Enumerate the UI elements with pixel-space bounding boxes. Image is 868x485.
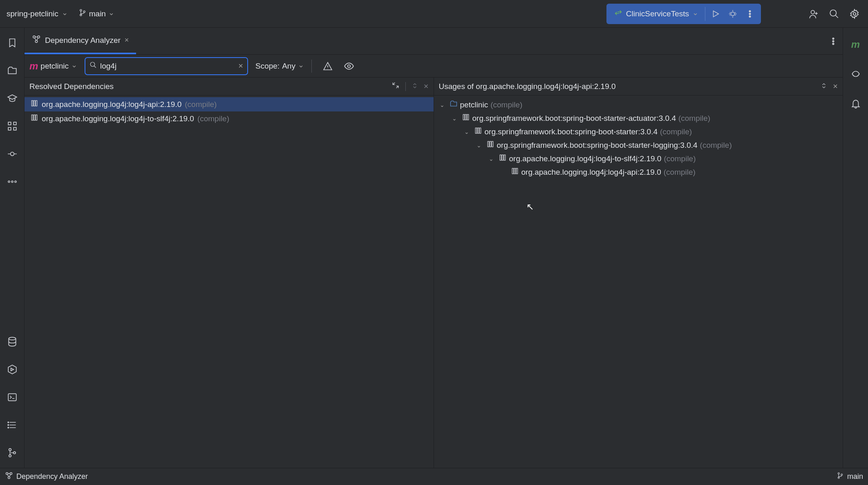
commit-tool-button[interactable] [4, 145, 21, 162]
show-warnings-button[interactable] [319, 58, 336, 75]
topbar-left-group: spring-petclinic main [5, 6, 116, 21]
svg-rect-52 [512, 168, 513, 174]
chevron-down-icon [692, 9, 698, 18]
status-icon [5, 472, 13, 482]
dependency-scope: (compile) [185, 100, 217, 109]
scope-value: Any [282, 62, 295, 71]
chevron-down-icon[interactable]: ⌄ [440, 102, 447, 108]
services-tool-button[interactable] [4, 361, 21, 378]
expand-collapse-button[interactable] [821, 82, 827, 91]
tree-node[interactable]: ⌄ petclinic (compile) [434, 98, 843, 111]
svg-point-55 [6, 473, 8, 475]
notifications-button[interactable] [847, 95, 864, 112]
dependency-row[interactable]: org.apache.logging.log4j:log4j-api:2.19.… [25, 97, 434, 111]
tree-node[interactable]: org.apache.logging.log4j:log4j-api:2.19.… [434, 165, 843, 179]
library-icon [30, 113, 38, 124]
close-pane-button[interactable]: × [833, 82, 838, 91]
branch-icon [837, 472, 844, 481]
svg-rect-48 [492, 141, 493, 147]
more-tools-button[interactable] [4, 173, 21, 190]
svg-rect-47 [490, 141, 491, 147]
dependency-list[interactable]: org.apache.logging.log4j:log4j-api:2.19.… [25, 96, 434, 468]
status-text[interactable]: Dependency Analyzer [16, 472, 88, 481]
run-config-name: ClinicServiceTests [626, 9, 689, 18]
search-icon [89, 61, 97, 71]
svg-rect-43 [475, 128, 477, 133]
maven-tool-button[interactable]: m [847, 36, 864, 53]
library-icon [474, 127, 482, 137]
tabs-more-button[interactable] [824, 28, 843, 54]
close-pane-button[interactable]: × [424, 82, 429, 91]
svg-rect-13 [13, 127, 16, 130]
settings-button[interactable] [846, 5, 863, 22]
svg-point-4 [749, 10, 751, 12]
scope-label: Scope: [255, 62, 280, 71]
code-with-me-button[interactable] [805, 5, 822, 22]
search-everywhere-button[interactable] [825, 5, 843, 22]
svg-point-17 [15, 181, 16, 182]
svg-rect-51 [504, 155, 505, 160]
chevron-down-icon[interactable]: ⌄ [477, 142, 484, 149]
editor-tabs: Dependency Analyzer × [25, 28, 843, 55]
chevron-down-icon[interactable]: ⌄ [464, 129, 472, 135]
vcs-tool-button[interactable] [4, 444, 21, 461]
status-branch[interactable]: main [847, 472, 863, 481]
dependency-scope: (compile) [197, 114, 229, 123]
tree-node[interactable]: ⌄ org.springframework.boot:spring-boot-s… [434, 125, 843, 138]
analyzer-toolbar: m petclinic × Scope: Any [25, 55, 843, 78]
tree-view-toggle-button[interactable] [391, 81, 400, 91]
pane-header-actions: × [821, 82, 838, 91]
dependency-search-input[interactable]: × [85, 57, 248, 75]
svg-rect-41 [465, 114, 466, 120]
usages-pane: Usages of org.apache.logging.log4j:log4j… [434, 78, 843, 468]
svg-point-33 [348, 65, 351, 67]
bookmarks-tool-button[interactable] [4, 34, 21, 51]
svg-rect-38 [34, 115, 35, 120]
tree-node-scope: (compile) [664, 154, 696, 163]
terminal-tool-button[interactable] [4, 389, 21, 406]
tree-node[interactable]: ⌄ org.apache.logging.log4j:log4j-to-slf4… [434, 152, 843, 165]
run-button[interactable] [707, 5, 724, 22]
debug-button[interactable] [724, 5, 741, 22]
todo-tool-button[interactable] [4, 416, 21, 434]
structure-tool-button[interactable] [4, 118, 21, 135]
svg-point-7 [811, 10, 815, 14]
run-config-icon [614, 8, 623, 19]
svg-point-9 [853, 12, 856, 15]
chevron-down-icon[interactable]: ⌄ [452, 115, 459, 122]
svg-point-57 [8, 477, 10, 479]
svg-point-14 [10, 152, 14, 156]
close-tab-button[interactable]: × [125, 36, 129, 44]
tree-node-name: petclinic [460, 100, 488, 109]
pane-header-actions: × [391, 81, 429, 91]
usages-tree[interactable]: ⌄ petclinic (compile)⌄ org.springframewo… [434, 96, 843, 468]
resolved-dependencies-header: Resolved Dependencies × [25, 78, 434, 96]
svg-point-15 [8, 181, 10, 182]
tab-dependency-analyzer[interactable]: Dependency Analyzer × [25, 28, 136, 54]
library-icon [486, 140, 494, 150]
svg-rect-54 [516, 168, 517, 174]
ai-assistant-button[interactable] [847, 65, 864, 82]
learn-tool-button[interactable] [4, 90, 21, 107]
search-field[interactable] [100, 62, 235, 71]
svg-point-24 [9, 455, 11, 457]
module-dropdown[interactable]: m petclinic [29, 60, 77, 72]
project-dropdown[interactable]: spring-petclinic [5, 7, 69, 21]
database-tool-button[interactable] [4, 333, 21, 350]
run-config-dropdown[interactable]: ClinicServiceTests [609, 8, 703, 19]
dependency-row[interactable]: org.apache.logging.log4j:log4j-to-slf4j:… [25, 111, 434, 126]
show-details-button[interactable] [340, 58, 358, 75]
svg-point-2 [83, 11, 85, 12]
expand-collapse-button[interactable] [412, 82, 418, 91]
project-tool-button[interactable] [4, 62, 21, 79]
run-more-button[interactable] [741, 5, 758, 22]
tree-node[interactable]: ⌄ org.springframework.boot:spring-boot-s… [434, 138, 843, 152]
tree-node[interactable]: ⌄ org.springframework.boot:spring-boot-s… [434, 111, 843, 125]
right-tool-strip: m [843, 28, 868, 468]
branch-dropdown[interactable]: main [77, 6, 116, 21]
svg-point-0 [80, 9, 81, 11]
svg-rect-44 [477, 128, 479, 133]
clear-search-button[interactable]: × [238, 61, 243, 71]
chevron-down-icon[interactable]: ⌄ [489, 156, 496, 162]
scope-dropdown[interactable]: Scope: Any [255, 62, 304, 71]
